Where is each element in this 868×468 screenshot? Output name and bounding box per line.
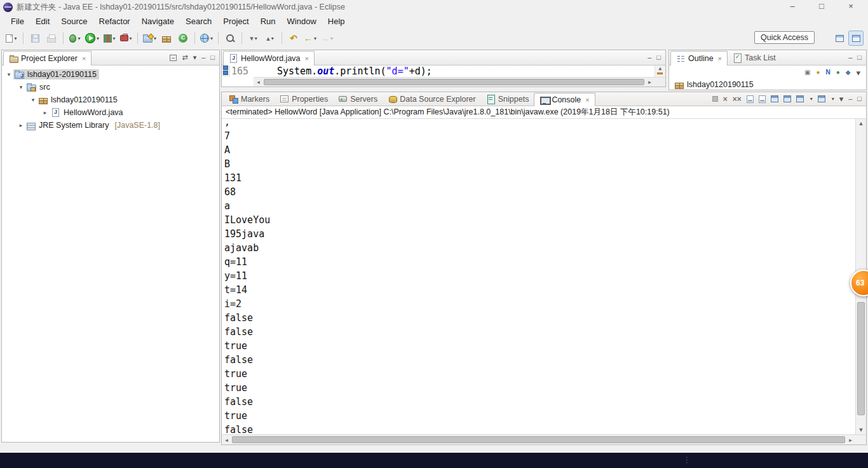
scroll-up-icon[interactable]: ▲: [856, 120, 866, 127]
menu-edit[interactable]: Edit: [30, 15, 55, 27]
tab-hellowword-java[interactable]: HellowWord.java ×: [223, 51, 315, 65]
web-browser-button[interactable]: ▾: [199, 31, 214, 46]
tab-outline[interactable]: Outline ×: [670, 51, 728, 65]
tab-task-list[interactable]: Task List: [728, 50, 781, 65]
maximize-button[interactable]: □: [656, 54, 661, 61]
terminate-button[interactable]: [712, 96, 718, 102]
menu-run[interactable]: Run: [255, 15, 281, 27]
tab-console[interactable]: Console×: [534, 93, 595, 106]
windows-taskbar[interactable]: ⋮: [0, 453, 868, 468]
debug-button[interactable]: ▾: [67, 31, 83, 46]
menu-help[interactable]: Help: [322, 15, 351, 27]
tab-snippets[interactable]: Snippets: [481, 92, 534, 106]
display-console-button[interactable]: [796, 95, 804, 102]
menu-project[interactable]: Project: [217, 15, 254, 27]
tree-item-jre-library[interactable]: ▸ JRE System Library [JavaSE-1.8]: [2, 119, 219, 132]
maximize-button[interactable]: □: [857, 95, 862, 102]
tree-item-java-file[interactable]: ▸ HellowWord.java: [2, 106, 219, 119]
menu-refactor[interactable]: Refactor: [93, 15, 136, 27]
console-horizontal-scrollbar[interactable]: ◂ ▸: [222, 434, 855, 444]
remove-all-launches-button[interactable]: ××: [733, 95, 742, 103]
hide-local-types-button[interactable]: ◆: [846, 69, 851, 76]
external-tools-button[interactable]: ▾: [118, 31, 133, 46]
view-menu-button[interactable]: ▾: [193, 54, 197, 61]
tree-item-package[interactable]: ▾ lshday0120190115: [2, 93, 219, 106]
tab-markers[interactable]: Markers: [224, 92, 275, 106]
scroll-left-icon[interactable]: ◂: [254, 78, 263, 86]
new-class-button[interactable]: [175, 31, 191, 46]
close-icon[interactable]: ×: [718, 55, 722, 62]
view-menu-button[interactable]: ▾: [839, 95, 844, 103]
new-wizard-button[interactable]: ▾: [4, 31, 19, 46]
print-button[interactable]: [44, 31, 59, 46]
view-menu-button[interactable]: ▾: [856, 69, 860, 77]
window-maximize-button[interactable]: □: [807, 0, 836, 14]
forward-button[interactable]: →▾: [319, 31, 334, 46]
taskbar-overflow-icon[interactable]: ⋮: [683, 455, 691, 464]
scrollbar-thumb[interactable]: [857, 302, 865, 416]
menu-navigate[interactable]: Navigate: [136, 15, 180, 27]
last-edit-location-button[interactable]: ↶: [286, 31, 301, 46]
scroll-lock-button[interactable]: [759, 95, 766, 103]
new-web-project-button[interactable]: ▾: [142, 31, 158, 46]
maximize-button[interactable]: □: [210, 54, 215, 61]
tree-item-project[interactable]: ▾ lshday01-20190115: [2, 68, 219, 81]
menu-source[interactable]: Source: [55, 15, 93, 27]
menu-file[interactable]: File: [5, 15, 30, 27]
overview-ruler[interactable]: ▲: [654, 65, 665, 77]
scroll-up-icon[interactable]: ▲: [655, 65, 665, 71]
expand-arrow-icon[interactable]: ▸: [41, 109, 50, 116]
tab-servers[interactable]: Servers: [333, 92, 383, 106]
tab-project-explorer[interactable]: Project Explorer ×: [3, 51, 92, 65]
search-button[interactable]: [222, 31, 238, 46]
minimize-button[interactable]: –: [848, 54, 852, 61]
collapse-all-button[interactable]: [170, 55, 177, 61]
menu-search[interactable]: Search: [180, 15, 217, 27]
hide-static-members-button[interactable]: N: [825, 69, 830, 76]
back-button[interactable]: ←▾: [302, 31, 318, 46]
scrollbar-thumb[interactable]: [232, 436, 845, 443]
previous-annotation-button[interactable]: ▴▾: [262, 31, 278, 46]
pin-console-button[interactable]: [783, 95, 791, 102]
scrollbar-thumb[interactable]: [264, 79, 644, 85]
hide-non-public-button[interactable]: ●: [836, 69, 840, 76]
tab-data-source-explorer[interactable]: Data Source Explorer: [383, 92, 481, 106]
close-icon[interactable]: ×: [82, 55, 86, 62]
scroll-left-icon[interactable]: ◂: [222, 435, 231, 444]
coverage-button[interactable]: ▾: [102, 31, 117, 46]
java-ee-perspective-button[interactable]: [848, 31, 864, 46]
tab-properties[interactable]: Properties: [275, 92, 333, 106]
run-button[interactable]: ▾: [84, 31, 100, 46]
quick-access-button[interactable]: Quick Access: [754, 31, 815, 44]
scroll-down-icon[interactable]: ▼: [856, 427, 866, 433]
expand-arrow-icon[interactable]: ▸: [17, 122, 25, 128]
scroll-right-icon[interactable]: ▸: [645, 78, 654, 86]
hide-fields-button[interactable]: ●: [816, 69, 820, 76]
window-minimize-button[interactable]: –: [778, 0, 807, 14]
outline-item-package[interactable]: lshday0120190115: [669, 79, 866, 90]
editor-horizontal-scrollbar[interactable]: ◂ ▸: [254, 77, 654, 86]
minimize-button[interactable]: –: [201, 54, 205, 61]
next-annotation-button[interactable]: ▾▾: [246, 31, 261, 46]
link-with-editor-button[interactable]: ⇄: [182, 54, 187, 61]
expand-arrow-icon[interactable]: ▾: [17, 84, 25, 90]
scroll-right-icon[interactable]: ▸: [846, 435, 855, 444]
remove-launch-button[interactable]: ×: [723, 95, 728, 103]
minimize-button[interactable]: –: [648, 54, 651, 61]
code-line[interactable]: System.out.println("d="+d);: [253, 65, 654, 77]
sort-button[interactable]: ▣: [804, 69, 810, 76]
open-perspective-button[interactable]: [832, 31, 847, 46]
new-package-button[interactable]: [159, 31, 174, 46]
word-wrap-button[interactable]: [771, 95, 778, 102]
close-icon[interactable]: ×: [305, 55, 309, 62]
menu-window[interactable]: Window: [281, 15, 322, 27]
expand-arrow-icon[interactable]: ▾: [4, 71, 13, 78]
window-close-button[interactable]: ×: [836, 0, 865, 14]
close-icon[interactable]: ×: [585, 96, 589, 104]
maximize-button[interactable]: □: [857, 54, 862, 61]
open-console-button[interactable]: [818, 95, 825, 102]
tree-item-src[interactable]: ▾ src: [2, 81, 219, 93]
editor-content[interactable]: 165 System.out.println("d="+d); ▲: [222, 65, 665, 77]
minimize-button[interactable]: –: [848, 95, 852, 102]
expand-arrow-icon[interactable]: ▾: [29, 97, 37, 103]
